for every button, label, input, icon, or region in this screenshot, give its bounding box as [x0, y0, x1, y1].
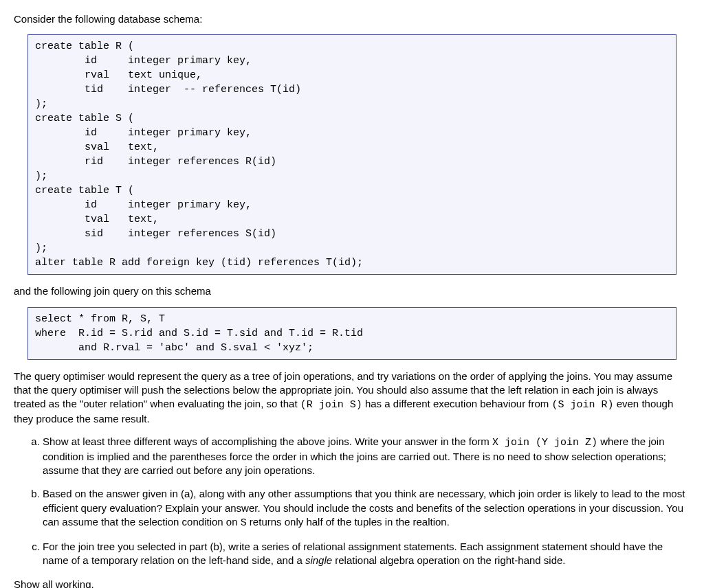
qb-after: returns only half of the tuples in the r…: [247, 516, 450, 528]
question-c: For the join tree you selected in part (…: [43, 540, 690, 568]
qc-after: relational algebra operation on the righ…: [332, 554, 565, 566]
closing-text: Show all working.: [14, 578, 690, 589]
explain-code2: (S join R): [552, 399, 614, 411]
explain-mid: has a different execution behaviour from: [362, 398, 552, 409]
intro-text: Consider the following database schema:: [14, 12, 690, 26]
explain-code1: (R join S): [300, 399, 362, 411]
query-code-block: select * from R, S, T where R.id = S.rid…: [28, 307, 676, 360]
qb-code: S: [241, 517, 247, 529]
question-list: Show at least three different ways of ac…: [29, 435, 690, 568]
question-b: Based on the answer given in (a), along …: [43, 487, 690, 530]
qa-before: Show at least three different ways of ac…: [43, 436, 492, 447]
explanation-paragraph: The query optimiser would represent the …: [14, 370, 690, 427]
mid-text: and the following join query on this sch…: [14, 284, 690, 298]
question-a: Show at least three different ways of ac…: [43, 435, 690, 478]
qa-code: X join (Y join Z): [492, 437, 597, 449]
schema-code-block: create table R ( id integer primary key,…: [28, 34, 676, 275]
qc-italic: single: [305, 554, 332, 566]
